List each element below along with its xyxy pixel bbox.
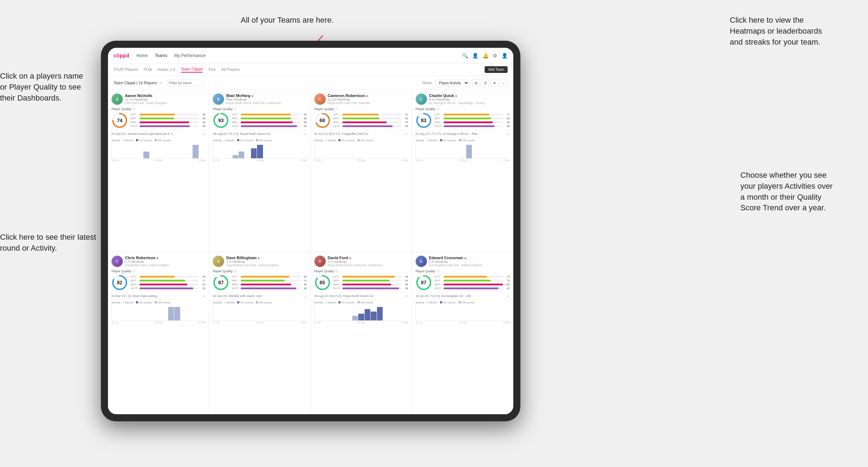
stat-row-ott: OTT 84 [232,113,307,116]
show-select[interactable]: Player Activity [435,80,469,86]
stat-row-ott: OTT 61 [333,113,408,116]
quality-section[interactable]: 74 OTT 60 APP 58 ARG 84 PUTT 85 [112,112,205,129]
sub-nav-tour[interactable]: Tour [208,67,216,72]
player-name[interactable]: Aaron Nicholls [125,93,205,98]
mini-chart [213,143,307,159]
quality-section[interactable]: 82 OTT 60 APP 77 ARG 81 PUTT 91 [112,274,205,291]
sub-nav-all-players[interactable]: All Players [222,67,240,72]
quality-section[interactable]: 85 OTT 89 APP 80 ARG 83 PUTT 96 [314,274,408,291]
quality-section[interactable]: 87 OTT 73 APP 79 ARG 103 PUTT 92 [416,274,510,291]
filter-button[interactable]: ▼ [491,79,498,87]
player-avatar: A [112,93,123,105]
latest-round[interactable]: 02 Sep 23 | Sunset round to get back int… [112,130,205,137]
add-team-button[interactable]: Add Team [485,66,508,73]
chart-bars [315,305,408,320]
nav-home[interactable]: Home [136,53,148,58]
round-arrow-icon[interactable]: → [202,132,205,136]
round-arrow-icon[interactable]: → [506,294,510,298]
grid-view-button[interactable]: ⊞ [472,79,480,87]
chart-bars [416,143,510,158]
stat-row-arg: ARG 85 [232,283,307,286]
player-info: David Ford ● 1-5 Handicap Royal North De… [328,256,408,267]
team-title: Team Clippd | 14 Players [114,81,157,85]
annotation-left-top: Click on a players name or Player Qualit… [0,71,83,103]
player-header: C Charlie Quick ● 6-10 Handicap St. Geor… [416,93,510,105]
round-arrow-icon[interactable]: → [303,294,307,298]
round-arrow-icon[interactable]: → [506,132,510,136]
mini-chart [213,305,307,321]
settings-icon[interactable]: ⚙ [493,53,497,58]
activity-label: Activity · 1 Month On course Off course [416,139,510,142]
avatar-icon[interactable]: 👤 [502,53,508,58]
quality-section[interactable]: 83 OTT 77 APP 80 ARG 83 PUTT 86 [416,112,510,129]
quality-section[interactable]: 93 OTT 84 APP 85 ARG 88 PUTT 95 [213,112,307,129]
player-handicap: Plus Handicap [226,98,307,101]
latest-round[interactable]: 07 Aug 23 | 77 (+7), St George's Hill GC… [416,130,510,137]
stat-row-arg: ARG 84 [131,121,205,124]
sub-nav-pgat[interactable]: PGAT Players [114,67,138,72]
round-arrow-icon[interactable]: → [202,294,205,298]
player-card[interactable]: B Blair McHarg ● Plus Handicap Royal Nor… [209,90,310,252]
chart-bars [112,143,205,158]
list-view-button[interactable]: ☰ [481,79,489,87]
latest-round[interactable]: 02 Jul 23 | 59 (+17), Craigmillar Park G… [314,130,408,137]
latest-round[interactable]: 19 Jul 23 | 74 (+4), Sunningdale GC - Ol… [416,292,510,300]
sub-nav-hcaps[interactable]: Hcaps 1-5 [158,67,175,72]
player-name[interactable]: Charlie Quick ● [429,93,510,98]
stat-row-app: APP 74 [232,279,307,282]
quality-bars: OTT 82 APP 74 ARG 85 PUTT 94 [232,275,307,290]
quality-section[interactable]: 87 OTT 82 APP 74 ARG 85 PUTT 94 [213,274,307,291]
quality-score: 82 [117,280,122,285]
nav-teams[interactable]: Teams [155,53,167,58]
latest-round[interactable]: 26 Aug 23 | 84 (+12), Royal North Devon … [314,292,408,300]
player-name[interactable]: Chris Robertson ● [125,256,205,260]
latest-round[interactable]: 03 Mar 23 | 19, Must make putting → [112,292,205,300]
player-card[interactable]: C Cameron Robertson ● 11-15 Handicap Roy… [311,90,412,252]
edit-team-icon[interactable]: ✏ [160,81,162,85]
sub-nav-pga[interactable]: PGA [144,67,152,72]
quality-circle[interactable]: 82 [112,274,128,291]
player-name[interactable]: Blair McHarg ● [226,93,307,98]
player-name[interactable]: Edward Crossman ● [429,256,510,260]
quality-circle[interactable]: 83 [416,112,432,129]
mini-chart [314,305,408,321]
latest-round[interactable]: 04 Sep 23 | Mobility with coach, Gym → [213,292,307,300]
player-avatar: C [112,256,123,267]
quality-circle[interactable]: 68 [314,112,331,129]
latest-round[interactable]: 26 Aug 23 | 73 (+1), Royal North Devon G… [213,130,307,137]
player-header: D David Ford ● 1-5 Handicap Royal North … [314,256,408,267]
player-card[interactable]: E Edward Crossman ● 1-5 Handicap Sunning… [412,252,513,414]
player-avatar: B [213,93,224,105]
player-name[interactable]: David Ford ● [328,256,408,260]
player-card[interactable]: D Dave Billingham ● 1-5 Handicap Sag Mag… [209,252,310,414]
stat-row-putt: PUTT 92 [435,287,510,290]
quality-circle[interactable]: 87 [416,274,432,291]
player-card[interactable]: C Chris Robertson ● 1-5 Handicap Craigmi… [108,252,209,414]
player-card[interactable]: D David Ford ● 1-5 Handicap Royal North … [311,252,412,414]
quality-circle[interactable]: 87 [213,274,229,291]
nav-my-performance[interactable]: My Performance [175,53,206,58]
player-card[interactable]: C Charlie Quick ● 6-10 Handicap St. Geor… [412,90,513,252]
round-arrow-icon[interactable]: → [405,132,408,136]
sort-button[interactable]: ↕ [500,79,508,87]
activity-label: Activity · 1 Month On course Off course [112,139,205,142]
player-name[interactable]: Cameron Robertson ● [328,93,408,98]
player-club: St. George's Hill GC - Weybridge - Surre… [429,101,510,105]
search-icon[interactable]: 🔍 [462,53,468,58]
sub-nav-team-clippd[interactable]: Team Clippd [181,67,202,73]
quality-label: Player Quality ⓘ [314,269,408,273]
quality-circle[interactable]: 93 [213,112,229,129]
user-icon[interactable]: 👤 [472,53,478,58]
quality-label: Player Quality ⓘ [112,107,205,111]
round-arrow-icon[interactable]: → [303,132,307,136]
player-card[interactable]: A Aaron Nicholls 11-15 Handicap Drift Go… [108,90,209,252]
quality-bars: OTT 77 APP 80 ARG 83 PUTT 86 [435,113,510,128]
bell-icon[interactable]: 🔔 [482,53,489,58]
player-name[interactable]: Dave Billingham ● [226,256,307,260]
quality-circle[interactable]: 74 [112,112,128,129]
quality-section[interactable]: 68 OTT 61 APP 63 ARG 75 PUTT 85 [314,112,408,129]
round-arrow-icon[interactable]: → [405,294,408,298]
quality-circle[interactable]: 85 [314,274,331,291]
filter-input[interactable] [165,80,204,86]
quality-score: 74 [117,118,122,123]
